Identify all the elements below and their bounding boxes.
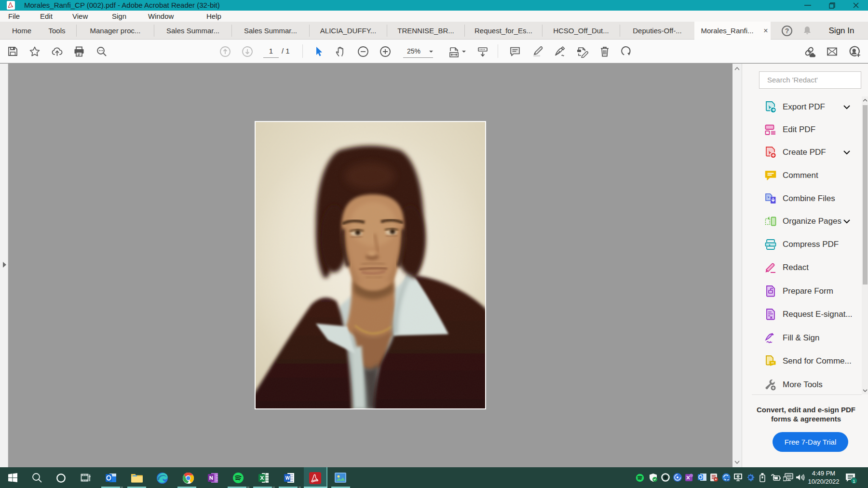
svg-text:1: 1 <box>853 478 855 484</box>
svg-text:?: ? <box>785 27 789 35</box>
